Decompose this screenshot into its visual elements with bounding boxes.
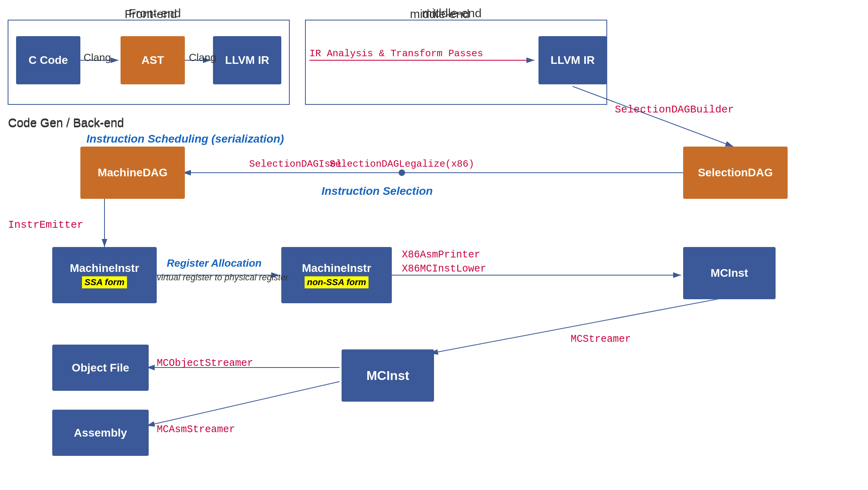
svg-line-14 <box>430 297 727 353</box>
diagram-container: Front-end middle-end Code Gen / Back-end… <box>0 0 868 490</box>
virtual-physical-label: virtual register to physical register <box>157 272 289 283</box>
codegen-label: Code Gen / Back-end <box>8 116 124 129</box>
mcasmstreamer-label: MCAsmStreamer <box>157 424 235 435</box>
machineinstr-nonssa-box: MachineInstr non-SSA form <box>281 247 392 303</box>
register-allocation-label: Register Allocation <box>167 257 262 270</box>
selectiondag-legalize-label: SelectionDAGLegalize(x86) <box>330 159 474 169</box>
mcinst-center-box: MCInst <box>342 349 434 402</box>
machineinstr-ssa-box: MachineInstr SSA form <box>52 247 157 303</box>
svg-point-9 <box>399 169 405 176</box>
mcstreamer-label: MCStreamer <box>571 333 631 345</box>
instruction-scheduling-label: Instruction Scheduling (serialization) <box>86 133 284 145</box>
ast-box: AST <box>121 36 185 84</box>
assembly-box: Assembly <box>52 410 149 456</box>
llvmir-frontend-box: LLVM IR <box>213 36 281 84</box>
clang-label-2: Clang <box>189 51 216 64</box>
frontend-label: Front-end <box>129 6 181 20</box>
svg-line-16 <box>147 382 340 426</box>
instremitter-label: InstrEmitter <box>8 219 83 231</box>
machinedag-box: MachineDAG <box>80 147 185 199</box>
ir-analysis-label: IR Analysis & Transform Passes <box>309 48 483 59</box>
selectiondag-box: SelectionDAG <box>683 147 788 199</box>
selectiondag-isel-label: SelectionDAGIsel <box>249 159 342 169</box>
clang-label-1: Clang <box>84 51 111 64</box>
ccode-box: C Code <box>16 36 80 84</box>
x86asmprinter-label: X86AsmPrinter <box>402 249 480 261</box>
svg-line-7 <box>573 86 733 147</box>
instruction-selection-label: Instruction Selection <box>321 185 433 198</box>
mcinst-right-box: MCInst <box>683 247 776 299</box>
selectiondagbuilder-label: SelectionDAGBuilder <box>615 104 734 116</box>
llvmir-middleend-box: LLVM IR <box>538 36 607 84</box>
x86mcinst-label: X86MCInstLower <box>402 263 486 275</box>
objectfile-box: Object File <box>52 345 149 391</box>
mcobjectstreamer-label: MCObjectStreamer <box>157 357 253 369</box>
middleend-label: middle-end <box>422 6 481 20</box>
